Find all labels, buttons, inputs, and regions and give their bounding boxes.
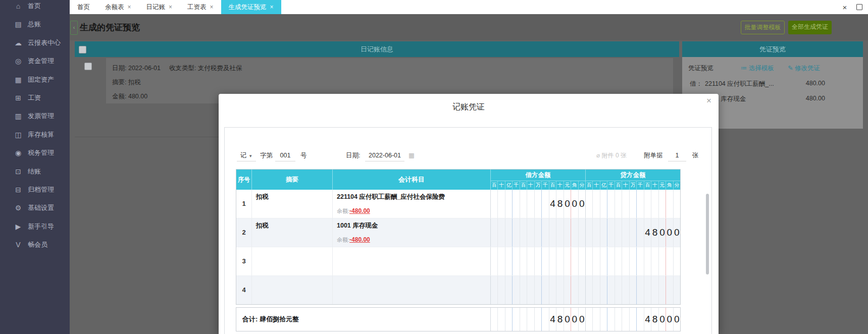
sidebar-item-9[interactable]: ◉税务管理 <box>0 145 70 160</box>
digit-cell <box>593 190 600 218</box>
digit-col-header: 百 <box>491 181 498 190</box>
sidebar-item-11[interactable]: ⊟归档管理 <box>0 182 70 197</box>
voucher-date-input[interactable]: 2022-06-01 <box>365 150 404 161</box>
row-summary[interactable] <box>251 247 332 275</box>
digit-cell <box>600 218 607 247</box>
voucher-row-3: 3 <box>236 247 680 275</box>
digit-col-header: 分 <box>674 181 680 190</box>
digit-cell <box>593 276 600 304</box>
digit-cell <box>600 308 607 331</box>
row-credit-grid[interactable]: 48000 <box>585 218 680 247</box>
voucher-panel-header: 凭证预览 <box>682 41 863 57</box>
row-summary[interactable]: 扣税 <box>251 190 332 218</box>
window-close-icon[interactable]: × <box>839 0 850 14</box>
select-all-checkbox[interactable] <box>79 46 86 53</box>
sidebar-item-label: 结账 <box>28 167 41 176</box>
digit-cell <box>542 308 549 331</box>
digit-cell: 0 <box>579 308 585 331</box>
fullscreen-icon[interactable] <box>856 0 866 14</box>
row-summary[interactable]: 扣税 <box>251 218 332 247</box>
sidebar-item-14[interactable]: V畅会员 <box>0 237 70 252</box>
sidebar-item-5[interactable]: ▦固定资产 <box>0 72 70 87</box>
digit-grid <box>586 276 680 304</box>
sidebar-item-13[interactable]: ▶新手引导 <box>0 219 70 234</box>
row-account[interactable]: 1001 库存现金余额:-480.00 <box>332 218 490 247</box>
generate-all-vouchers-button[interactable]: 全部生成凭证 <box>788 21 832 34</box>
row-credit-grid[interactable] <box>585 190 680 218</box>
invoice-icon: ▥ <box>14 112 23 120</box>
tab-label: 日记账 <box>146 3 166 12</box>
row-seq: 2 <box>236 218 251 247</box>
sidebar-item-1[interactable]: ⌂首页 <box>0 0 70 14</box>
account-name: 1001 库存现金 <box>337 221 486 230</box>
journal-row-checkbox[interactable] <box>84 63 92 70</box>
tab-close-icon[interactable]: × <box>128 4 131 11</box>
tab-2[interactable]: 余额表× <box>97 0 139 14</box>
row-credit-grid[interactable] <box>585 276 680 304</box>
sidebar-item-7[interactable]: ▥发票管理 <box>0 108 70 124</box>
row-debit-grid[interactable] <box>490 218 585 247</box>
sidebar-item-3[interactable]: ☁云报表中心 <box>0 35 70 50</box>
paperclip-icon: ⌀ <box>596 152 600 159</box>
tab-close-icon[interactable]: × <box>270 4 274 11</box>
modify-voucher-link[interactable]: ✎ 修改凭证 <box>788 64 820 73</box>
digit-cell: 0 <box>659 218 666 247</box>
digit-cell <box>498 276 505 304</box>
attachment-link[interactable]: ⌀ 附件 0 张 <box>596 150 627 161</box>
digit-cell <box>556 247 564 275</box>
row-debit-grid[interactable] <box>490 276 585 304</box>
digit-cell: 0 <box>564 308 571 331</box>
row-account[interactable]: 221104 应付职工薪酬_应付社会保险费余额:-480.00 <box>332 190 490 218</box>
row-account[interactable] <box>332 247 490 275</box>
digit-cell <box>556 276 564 304</box>
sidebar-item-8[interactable]: ◫库存核算 <box>0 127 70 142</box>
digit-cell <box>549 276 556 304</box>
digit-cell <box>615 247 622 275</box>
col-seq-header: 序号 <box>236 170 251 190</box>
voucher-word-select[interactable]: 记▼ <box>237 150 256 161</box>
digit-cell <box>666 190 673 218</box>
sidebar-item-2[interactable]: ▤总账 <box>0 17 70 32</box>
voucher-table: 序号 摘要 会计科目 借方金额 百十亿千百十万千百十元角分 贷方金额 百十亿千百… <box>236 169 681 305</box>
tab-close-icon[interactable]: × <box>169 4 172 11</box>
digit-col-header: 十 <box>498 181 505 190</box>
digit-cell <box>644 190 651 218</box>
tab-5[interactable]: 生成凭证预览× <box>221 0 281 14</box>
digit-cell <box>542 190 549 218</box>
digit-cell <box>630 308 637 331</box>
sidebar-item-6[interactable]: ⊞工资 <box>0 90 70 105</box>
sidebar-item-12[interactable]: ⚙基础设置 <box>0 200 70 215</box>
sidebar-item-4[interactable]: ◎资金管理 <box>0 53 70 69</box>
modal-scrollbar[interactable] <box>706 194 709 274</box>
row-summary[interactable] <box>251 276 332 304</box>
tab-close-icon[interactable]: × <box>210 4 214 11</box>
tab-4[interactable]: 工资表× <box>180 0 221 14</box>
digit-col-header: 千 <box>607 181 615 190</box>
digit-col-header: 十 <box>556 181 564 190</box>
digit-cell: 8 <box>651 308 658 331</box>
voucher-number-input[interactable]: 001 <box>275 150 295 161</box>
digit-cell <box>586 218 593 247</box>
digit-cell <box>564 247 571 275</box>
row-credit-grid[interactable] <box>585 247 680 275</box>
sidebar-item-label: 发票管理 <box>28 112 54 121</box>
journal-amount: 金额: 480.00 <box>112 92 147 101</box>
tab-1[interactable]: 首页 <box>70 0 97 14</box>
tab-3[interactable]: 日记账× <box>139 0 180 14</box>
calendar-icon[interactable]: ▦ <box>409 150 415 161</box>
batch-adjust-template-button[interactable]: 批量调整模板 <box>741 21 785 34</box>
sidebar-item-10[interactable]: ⊡结账 <box>0 164 70 179</box>
sidebar-item-label: 工资 <box>28 93 41 102</box>
row-debit-grid[interactable]: 48000 <box>490 190 585 218</box>
digit-cell <box>535 190 542 218</box>
digit-cell <box>542 218 549 247</box>
digit-col-header: 百 <box>520 181 527 190</box>
row-debit-grid[interactable] <box>490 247 585 275</box>
digit-cell <box>615 190 622 218</box>
collapse-panel-button[interactable]: ‹ <box>70 21 78 35</box>
digit-cell <box>615 276 622 304</box>
receipt-count-input[interactable]: 1 <box>668 150 686 161</box>
entry-amount: 480.00 <box>788 95 825 102</box>
select-template-link[interactable]: ≔ 选择模板 <box>741 64 774 73</box>
row-account[interactable] <box>332 276 490 304</box>
